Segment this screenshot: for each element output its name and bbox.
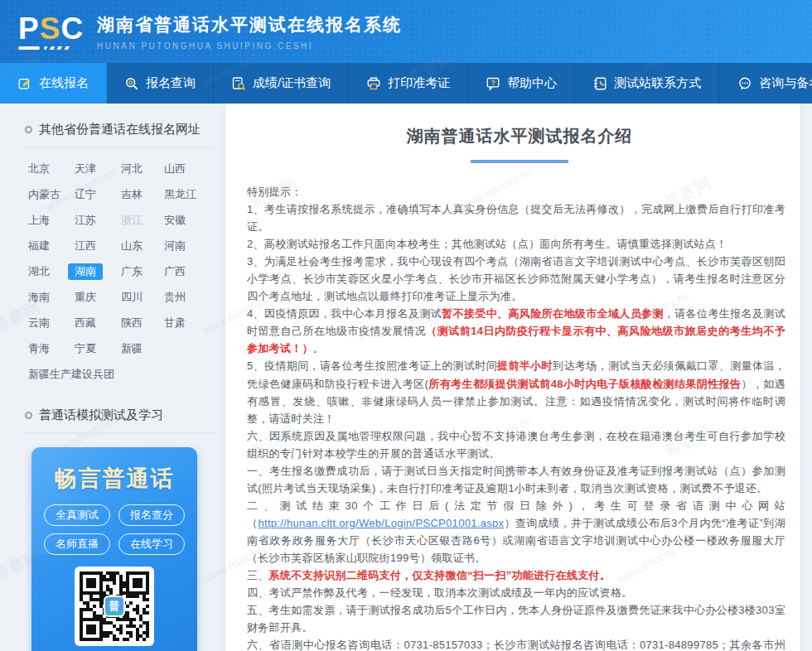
tab-label: 打印准考证 <box>388 75 450 91</box>
help-icon: ? <box>486 76 500 91</box>
body-text: 六、省语测中心报名咨询电话：0731-85157033；长沙市测试站报名咨询电话… <box>247 639 785 651</box>
inline-link[interactable]: http://hunan.cltt.org/Web/Login/PSCP0100… <box>258 517 504 529</box>
main-nav: 在线报名报名查询成绩/证书查询打印准考证?帮助中心测试站联系方式咨询与备考 <box>0 63 812 104</box>
intro-paragraph: 1、考生请按报名系统提示，准确填写本人真实身份信息（提交后无法再修改），完成网上… <box>247 200 785 235</box>
tab-label: 报名查询 <box>146 75 196 91</box>
province-link[interactable]: 江西 <box>70 238 101 254</box>
app-header: PSC 湖南省普通话水平测试在线报名系统 HUNAN PUTONGHUA SHU… <box>0 0 812 63</box>
body-text: 1、考生请按报名系统提示，准确填写本人真实身份信息（提交后无法再修改），完成网上… <box>247 203 785 233</box>
app-card-pill[interactable]: 报名查分 <box>118 504 185 526</box>
body-text: 五、考生如需发票，请于测试报名成功后5个工作日内，凭本人身份证原件及缴费凭证来我… <box>247 604 785 634</box>
print-icon <box>366 76 381 91</box>
province-link[interactable]: 天津 <box>70 161 101 177</box>
body-text: 特别提示： <box>247 186 302 198</box>
province-link[interactable]: 吉林 <box>116 186 147 203</box>
warning-text: 暂不接受中、高风险所在地级市全域人员参测 <box>442 307 664 320</box>
province-link[interactable]: 云南 <box>23 315 55 331</box>
province-link[interactable]: 甘肃 <box>159 315 191 331</box>
tab-label: 成绩/证书查询 <box>253 75 331 91</box>
body-text: 一、考生报名缴费成功后，请于测试日当天指定时间携带本人有效身份证及准考证到报考测… <box>247 465 785 494</box>
intro-panel: 湖南普通话水平测试报名介绍 特别提示：1、考生请按报名系统提示，准确填写本人真实… <box>225 104 800 651</box>
tab-signup-query[interactable]: 报名查询 <box>107 63 214 104</box>
psc-logo: PSC <box>18 13 84 50</box>
warning-text: 所有考生都须提供测试前48小时内电子版核酸检测结果阴性报告 <box>428 378 741 390</box>
intro-paragraph: 六、省语测中心报名咨询电话：0731-85157033；长沙市测试站报名咨询电话… <box>247 636 785 651</box>
province-links-grid: 北京天津河北山西内蒙古辽宁吉林黑龙江上海江苏浙江安徽福建江西山东河南湖北湖南广东… <box>28 161 214 383</box>
app-card-title: 畅言普通话 <box>31 464 197 494</box>
other-provinces-title: 其他省份普通话在线报名网址 <box>39 122 201 137</box>
app-card-pill[interactable]: 全真测试 <box>44 504 110 526</box>
intro-paragraph: 五、考生如需发票，请于测试报名成功后5个工作日内，凭本人身份证原件及缴费凭证来我… <box>247 601 785 636</box>
logo-underline <box>18 46 84 50</box>
province-link[interactable]: 黑龙江 <box>159 186 201 203</box>
body-text: 5、疫情期间，请各位考生按照准考证上的测试时间 <box>247 359 497 372</box>
intro-paragraph: 六、因系统原因及属地管理权限问题，我中心暂不支持港澳台考生参测，在校在籍港澳台考… <box>247 427 785 462</box>
site-subtitle: HUNAN PUTONGHUA SHUIPING CESHI <box>97 41 402 51</box>
province-link[interactable]: 广西 <box>159 263 191 280</box>
page-title: 湖南普通话水平测试报名介绍 <box>247 125 792 147</box>
intro-paragraph: 四、考试严禁作弊及代考，一经发现，取消本次测试成绩及一年内的应试资格。 <box>247 584 785 601</box>
cert-icon <box>231 76 246 91</box>
tab-print-ticket[interactable]: 打印准考证 <box>349 63 468 104</box>
province-link[interactable]: 四川 <box>116 289 147 306</box>
province-link[interactable]: 贵州 <box>159 289 191 306</box>
province-link[interactable]: 湖北 <box>23 263 55 280</box>
province-link[interactable]: 山西 <box>159 161 191 177</box>
body-text: 4、因疫情原因，我中心本月报名及测试 <box>247 307 442 320</box>
body-text: 三、 <box>247 569 269 581</box>
circle-bullet-icon <box>25 412 32 419</box>
logo-letter-c: C <box>60 12 84 46</box>
app-qr-logo: 普 <box>104 596 125 617</box>
province-link[interactable]: 河北 <box>116 161 147 177</box>
logo-letter-s: S <box>40 12 61 46</box>
province-link[interactable]: 安徽 <box>159 212 191 229</box>
province-link[interactable]: 海南 <box>23 289 55 306</box>
province-link[interactable]: 上海 <box>23 212 55 229</box>
province-link[interactable]: 山东 <box>116 238 147 254</box>
province-link[interactable]: 新疆生产建设兵团 <box>23 366 119 383</box>
intro-paragraph: 二、测试结束30个工作日后(法定节假日除外)，考生可登录省语测中心网站（http… <box>247 497 785 567</box>
tab-online-signup[interactable]: 在线报名 <box>0 63 107 104</box>
province-link[interactable]: 重庆 <box>70 289 101 306</box>
province-link[interactable]: 西藏 <box>70 315 101 331</box>
province-link[interactable]: 宁夏 <box>70 340 101 357</box>
tab-station-contacts[interactable]: 测试站联系方式 <box>575 63 719 104</box>
warning-text: 系统不支持识别二维码支付，仅支持微信“扫一扫”功能进行在线支付。 <box>269 569 611 581</box>
app-card-pill[interactable]: 名师直播 <box>44 533 110 555</box>
province-link[interactable]: 河南 <box>159 238 191 254</box>
mock-test-title: 普通话模拟测试及学习 <box>39 407 163 423</box>
intro-paragraph: 4、因疫情原因，我中心本月报名及测试暂不接受中、高风险所在地级市全域人员参测，请… <box>247 305 785 357</box>
search-icon <box>124 76 139 91</box>
province-link[interactable]: 福建 <box>23 238 55 254</box>
logo-letter-p: P <box>18 12 40 46</box>
province-link[interactable]: 北京 <box>23 161 55 177</box>
province-link[interactable]: 内蒙古 <box>23 186 65 203</box>
app-card-pills: 全真测试报名查分名师直播在线学习 <box>31 504 197 555</box>
intro-paragraph: 三、系统不支持识别二维码支付，仅支持微信“扫一扫”功能进行在线支付。 <box>247 567 785 584</box>
body-text: 2、高校测试站报名工作只面向本校考生；其他测试站（点）面向所有考生。请慎重选择测… <box>247 238 727 250</box>
intro-paragraph: 特别提示： <box>247 183 785 200</box>
site-title: 湖南省普通话水平测试在线报名系统 <box>97 13 402 36</box>
svg-text:?: ? <box>491 78 495 86</box>
tab-label: 测试站联系方式 <box>614 75 701 91</box>
province-link[interactable]: 陕西 <box>116 315 147 331</box>
tab-label: 在线报名 <box>39 75 89 91</box>
body-text: 四、考试严禁作弊及代考，一经发现，取消本次测试成绩及一年内的应试资格。 <box>247 586 633 599</box>
province-link[interactable]: 青海 <box>23 340 55 357</box>
changyan-app-card[interactable]: 畅言普通话 全真测试报名查分名师直播在线学习 普 扫一扫下载APP <box>31 447 197 651</box>
province-link[interactable]: 辽宁 <box>70 186 101 203</box>
sidebar: 其他省份普通话在线报名网址 北京天津河北山西内蒙古辽宁吉林黑龙江上海江苏浙江安徽… <box>25 104 214 651</box>
province-link[interactable]: 湖南 <box>68 263 103 280</box>
province-link[interactable]: 浙江 <box>116 212 147 229</box>
intro-paragraph: 一、考生报名缴费成功后，请于测试日当天指定时间携带本人有效身份证及准考证到报考测… <box>247 462 785 497</box>
body-text: 。 <box>313 342 324 354</box>
tab-score-cert-query[interactable]: 成绩/证书查询 <box>214 63 349 104</box>
province-link[interactable]: 广东 <box>116 263 147 280</box>
body-text: 六、因系统原因及属地管理权限问题，我中心暂不支持港澳台考生参测，在校在籍港澳台考… <box>247 430 785 460</box>
province-link[interactable]: 江苏 <box>70 212 101 229</box>
tab-consult-prep[interactable]: 咨询与备考 <box>719 63 812 104</box>
mock-test-section-header: 普通话模拟测试及学习 <box>25 407 214 434</box>
tab-help-center[interactable]: ?帮助中心 <box>468 63 575 104</box>
province-link[interactable]: 新疆 <box>116 340 147 357</box>
app-card-pill[interactable]: 在线学习 <box>118 533 185 555</box>
